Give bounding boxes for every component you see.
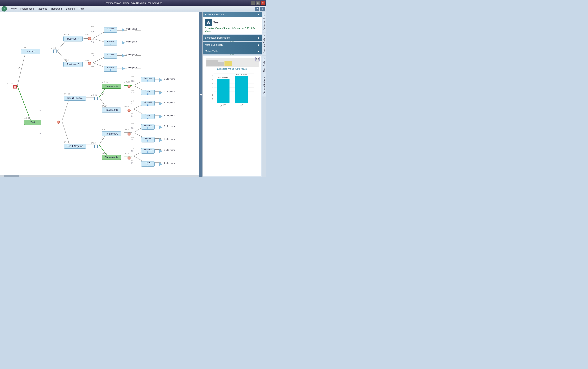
tb-pos-chance[interactable] (127, 109, 131, 112)
recommendation-collapse[interactable]: ▲ (257, 13, 260, 16)
tb-pos-xval: x=5.9 (102, 105, 107, 107)
tri-9 (159, 125, 163, 129)
diagram-navigator-tab[interactable]: Diagram Navigator (262, 74, 266, 97)
xv-f3: x=0 (131, 90, 134, 92)
sens-bar-3 (225, 61, 232, 66)
result-negative-label: Result Negative (67, 145, 83, 147)
menu-methods[interactable]: Methods (36, 7, 49, 11)
recommended-option: Test (213, 21, 219, 24)
prob-085: 0.85 (131, 80, 134, 82)
rp-xval: x=7.65 (64, 93, 70, 95)
svg-rect-54 (208, 21, 209, 22)
sensitivity-analyzer-tab[interactable]: Sensitivity Analyzer (262, 33, 266, 56)
svg-text:4: 4 (212, 86, 213, 88)
chart-expand-button[interactable] (255, 57, 260, 62)
xv-tb-neg: x=7.3 (124, 153, 129, 154)
main-layout: x=7.44 No Test x=6.6 Test x=7.44 0.4 0.6… (0, 12, 266, 177)
sensitivity-preview (206, 58, 259, 67)
svg-line-4 (57, 51, 68, 63)
xv-f6: x=1 (131, 160, 134, 162)
stochastic-dominance-label: Stochastic Dominance (205, 36, 230, 39)
ly-5: 9 Life years (164, 78, 175, 80)
test-icon (205, 19, 212, 26)
right-panel: Recommendation ▲ Test Expected Value of … (202, 12, 262, 177)
prob-03b: 0.3 (131, 115, 134, 117)
svg-point-56 (208, 23, 209, 24)
metric-table-header[interactable]: Metric Table ▲ (203, 48, 262, 54)
test-chance[interactable] (57, 121, 60, 124)
stochastic-dots (203, 41, 262, 41)
tri-2 (122, 41, 125, 45)
menu-right-btn-2[interactable]: ⌂ (260, 7, 265, 11)
no-test-value: x=6.6 (21, 46, 26, 49)
tb-neg-chance[interactable] (127, 156, 131, 160)
test-node[interactable]: Test (24, 120, 41, 125)
right-tabs: Options Analyzer Sensitivity Analyzer No… (262, 12, 266, 177)
menu-reporting[interactable]: Reporting (49, 7, 64, 11)
tb-pos-node[interactable]: Treatment B (102, 108, 121, 113)
svg-rect-79 (235, 76, 248, 103)
treatment-b1[interactable]: Treatment B (63, 62, 83, 67)
ta1-chance[interactable] (88, 37, 91, 40)
prob-015: 0.15 (131, 92, 134, 94)
svg-line-48 (18, 68, 19, 70)
root-node[interactable] (13, 85, 17, 89)
ly-2: 0 Life years (126, 41, 137, 43)
metric-collapse-icon: ▲ (257, 43, 260, 46)
result-positive-node[interactable]: Result Positive (64, 96, 86, 101)
chart-container: Expected Value (Life years) (203, 56, 261, 176)
stochastic-dominance-header[interactable]: Stochastic Dominance ▲ (203, 35, 262, 41)
canvas-area[interactable]: x=7.44 No Test x=6.6 Test x=7.44 0.4 0.6… (0, 12, 199, 177)
minimize-button[interactable]: − (251, 1, 255, 5)
prob-06: 0.6 (131, 127, 134, 129)
menu-preferences[interactable]: Preferences (19, 7, 36, 11)
ta-pos-node[interactable]: Treatment A (102, 84, 121, 89)
outcome-f6: Failure1 (141, 161, 155, 167)
menu-help[interactable]: Help (77, 7, 86, 11)
metric-selection-header[interactable]: Metric Selection ▲ (203, 42, 262, 48)
outcome-f2: Failure1 (104, 66, 117, 72)
options-analyzer-tab[interactable]: Options Analyzer (262, 12, 266, 33)
ta-pos-chance[interactable] (127, 85, 131, 88)
panel-toggle[interactable]: ◀ (199, 12, 202, 177)
svg-text:2: 2 (212, 94, 213, 96)
tb-neg-node[interactable]: Treatment B (102, 155, 121, 160)
outcome-s3: Success9 (141, 77, 155, 82)
ta-neg-chance[interactable] (127, 133, 131, 135)
close-button[interactable]: ✕ (261, 1, 265, 5)
menu-bar: S View Preferences Methods Reporting Set… (0, 6, 266, 12)
svg-text:Test: Test (239, 104, 243, 107)
svg-text:5: 5 (212, 82, 213, 84)
result-positive-decision[interactable] (94, 97, 98, 100)
svg-text:8: 8 (212, 72, 213, 74)
ly-4: 1 Life years (126, 66, 137, 69)
ta-neg-node[interactable]: Treatment A (102, 131, 121, 136)
ly-3: 8 Life years (126, 53, 137, 56)
result-negative-node[interactable]: Result Negative (64, 144, 86, 149)
tb1-chance[interactable] (88, 62, 91, 65)
xv-s6: x=8 (131, 147, 134, 149)
ta-pos-xval: x=7.65 (102, 81, 108, 83)
tri-4 (122, 67, 125, 70)
outcome-f3: Failure0 (141, 90, 155, 95)
xv-tb-pos: x=5.9 (124, 105, 129, 107)
node-analyzer-tab[interactable]: Node Analyzer (262, 56, 266, 74)
tb-neg-label: Treatment B (105, 156, 118, 159)
maximize-button[interactable]: □ (256, 1, 260, 5)
tri-3 (122, 54, 125, 57)
result-negative-decision[interactable] (94, 145, 98, 148)
no-test-decision[interactable] (53, 50, 57, 53)
horizontal-scrollbar[interactable] (0, 175, 199, 177)
menu-right-btn-1[interactable]: ▼ (255, 7, 259, 11)
ly-11: 8 Life years (164, 149, 175, 151)
svg-text:7: 7 (212, 75, 213, 77)
no-test-node[interactable]: No Test (21, 49, 40, 54)
rn-xval: x=7.3 (64, 141, 69, 143)
menu-settings[interactable]: Settings (64, 7, 77, 11)
recommendation-title: Recommendation (205, 13, 225, 16)
prob-08: 0.8 (91, 54, 94, 57)
treatment-a1[interactable]: Treatment A (63, 36, 83, 41)
recommendation-content: Test Expected Value of Perfect Informati… (203, 17, 262, 34)
outcome-f1: Failure0 (104, 40, 117, 45)
menu-view[interactable]: View (9, 7, 19, 11)
